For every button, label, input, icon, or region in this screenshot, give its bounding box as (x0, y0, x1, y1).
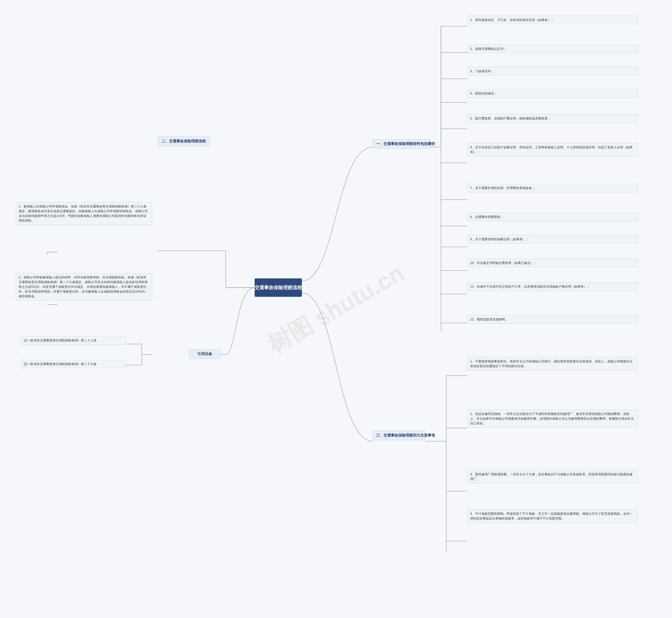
citation1-text: [1]《机动车交通事故责任强制保险条例》第二十八条 (24, 338, 97, 342)
left-process-child2: 2、保险公司审核被保险人提交的材料，对符合赔偿要求的，支付保险赔偿金。依据《机动… (16, 273, 152, 300)
rb1-leaf1: 1、受伤者身份证、户口本、在杭州的居住证明（如果有）； (467, 16, 638, 24)
left-branch-process: 二、交通事故保险理赔流程 (157, 136, 210, 146)
rb1-leaf3: 3、门诊病历本； (467, 67, 638, 75)
right-branch-materials-label: 一、交通事故保险理赔材料包括哪些 (376, 141, 435, 146)
rb1-leaf7: 7、关于需要护理的证明、护理费发票或收条； (467, 184, 638, 192)
rb1-leaf9: 9、关于需要营养的诊断证明（如果有）； (467, 235, 638, 243)
rb1-leaf5: 5、医疗费发票、后续医疗费证明、残疾辅助器具费发票； (467, 114, 638, 123)
left-process-child2-text: 2、保险公司审核被保险人提交的材料，对符合赔偿要求的，支付保险赔偿金。依据《机动… (19, 276, 148, 298)
center-node: 交通事故保险理赔流程 (255, 279, 302, 297)
rb3-leaf3: 3、委托修理厂理赔需慎重。一些车主为了方便，发生事故后不与保险公司直接联系，而是… (467, 470, 638, 483)
rb1-leaf11: 11、未成年子女或年迈父母的户口本、以及视情况提供兄弟姐妹户籍证明（如果有）； (467, 282, 638, 291)
left-process-child1-text: 1、被保险人向保险公司申请赔偿金。依据《机动车交通事故责任强制保险条例》第二十八… (19, 205, 148, 222)
rb1-leaf8: 8、交通费住宿费票据； (467, 213, 638, 221)
citation2: [2]《机动车交通事故责任强制保险条例》第二十九条 (21, 360, 126, 368)
rb1-leaf2: 2、道路交通事故认定书； (467, 45, 638, 53)
citation2-text: [2]《机动车交通事故责任强制保险条例》第二十九条 (24, 362, 97, 366)
left-branch-citation-label: 引用法条 (197, 352, 212, 356)
rb1-leaf10: 10、司法鉴定书和鉴定费发票（如果已鉴定）； (467, 259, 638, 267)
rb1-leaf6: 6、关于休息误工的医疗诊断证明、劳动合同、工资单或者收入证明、个人所得税交税证明… (467, 143, 638, 156)
citation1: [1]《机动车交通事故责任强制保险条例》第二十八条 (21, 336, 126, 344)
right-branch-materials: 一、交通事故保险理赔材料包括哪些 (373, 139, 430, 149)
right-branch-notes: 三、交通事故保险理赔四大注意事项 (373, 431, 425, 440)
left-branch-citation: 引用法条 (189, 349, 221, 359)
rb3-leaf1: 1、不要随意抱揽事故责任。有的车主认为有保险公司赔付，因此将所有的责任全部承担。… (467, 357, 638, 370)
right-branch-notes-label: 三、交通事故保险理赔四大注意事项 (376, 433, 435, 437)
rb3-leaf4: 4、不计免赔范围有限制。即使投保了不计免赔，车主不一定就能获得全额理赔。保险公司… (467, 510, 638, 523)
rb1-leaf12: 12、视情况提供其他材料。 (467, 315, 638, 324)
rb3-leaf2: 2、切忌先修理后报销。一些车主在出险后为了节省时间和麻烦先找修理厂，修完车后再找… (467, 410, 638, 428)
left-process-child1: 1、被保险人向保险公司申请赔偿金。依据《机动车交通事故责任强制保险条例》第二十八… (16, 202, 152, 225)
mindmap-container: 树图 shutu.cn (0, 0, 672, 618)
rb1-leaf4: 4、医院住院病历； (467, 89, 638, 98)
left-branch-process-label: 二、交通事故保险理赔流程 (162, 139, 206, 143)
